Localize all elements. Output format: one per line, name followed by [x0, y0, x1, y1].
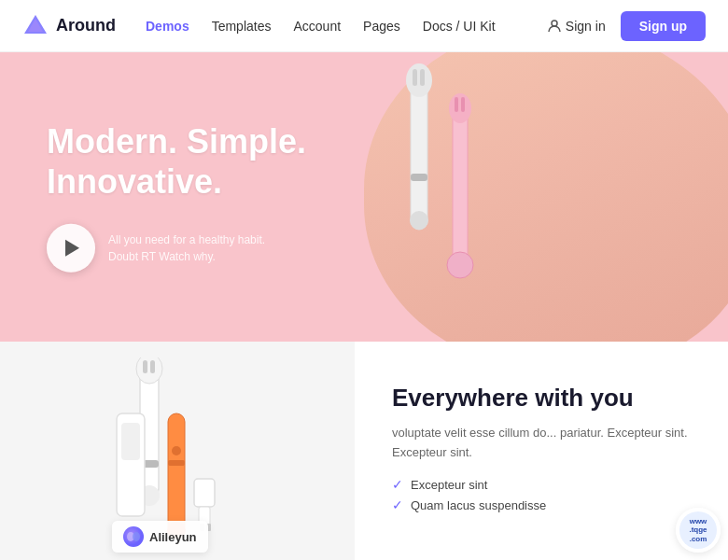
svg-point-23: [172, 446, 181, 455]
section2-desc: voluptate velit esse cillum do... pariat…: [392, 424, 691, 463]
checklist-item-2: ✓ Quam lacus suspendisse: [392, 497, 691, 512]
nav-links: Demos Templates Account Pages Docs / UI …: [146, 19, 547, 34]
svg-point-10: [449, 93, 471, 123]
hero-play-area: All you need for a healthy habit. Doubt …: [47, 224, 306, 273]
svg-point-4: [406, 63, 432, 97]
svg-rect-3: [411, 80, 427, 230]
hero-content: Modern. Simple. Innovative. All you need…: [47, 121, 306, 273]
section2: Everywhere with you voluptate velit esse…: [0, 342, 728, 560]
user-icon: [547, 19, 562, 34]
nav-link-templates[interactable]: Templates: [212, 19, 272, 34]
svg-rect-11: [455, 97, 458, 112]
signin-button[interactable]: Sign in: [547, 19, 606, 34]
svg-rect-5: [413, 69, 417, 86]
logo-area[interactable]: Around: [22, 13, 116, 39]
tqge-text: www.tqge.com: [679, 511, 717, 549]
alileyun-text: Alileyun: [149, 530, 197, 544]
hero-caption: All you need for a healthy habit. Doubt …: [108, 231, 265, 265]
svg-rect-24: [194, 479, 215, 507]
svg-rect-29: [121, 423, 140, 460]
svg-rect-17: [150, 360, 155, 373]
svg-point-32: [133, 532, 140, 541]
hero-title-line2: Innovative.: [47, 162, 222, 201]
navbar: Around Demos Templates Account Pages Doc…: [0, 0, 728, 52]
svg-point-8: [410, 211, 428, 230]
nav-link-pages[interactable]: Pages: [363, 19, 400, 34]
play-icon: [65, 240, 79, 257]
signin-label: Sign in: [566, 19, 606, 34]
around-logo-icon: [22, 13, 49, 39]
hero-caption-line2: Doubt RT Watch why.: [108, 248, 265, 265]
section2-text: Everywhere with you voluptate velit esse…: [355, 342, 728, 560]
hero-caption-line1: All you need for a healthy habit.: [108, 231, 265, 248]
hero-title: Modern. Simple. Innovative.: [47, 121, 306, 202]
brand-name: Around: [56, 16, 116, 35]
play-button[interactable]: [47, 224, 95, 273]
alileyun-logo-icon: [123, 526, 144, 547]
nav-link-account[interactable]: Account: [293, 19, 341, 34]
tqge-watermark: www.tqge.com: [676, 508, 721, 553]
check-icon-2: ✓: [392, 497, 403, 512]
svg-rect-6: [420, 69, 425, 86]
checklist-item-2-label: Quam lacus suspendisse: [411, 498, 546, 512]
signup-button[interactable]: Sign up: [621, 11, 706, 41]
svg-rect-20: [168, 413, 185, 535]
alileyun-watermark: Alileyun: [112, 521, 208, 553]
hero-section: Modern. Simple. Innovative. All you need…: [0, 52, 728, 342]
checklist-item-1-label: Excepteur sint: [411, 478, 487, 492]
svg-point-2: [552, 21, 557, 26]
product-illustration: [56, 357, 299, 544]
hero-title-line1: Modern. Simple.: [47, 122, 306, 161]
svg-rect-16: [143, 360, 147, 373]
toothbrush-illustration: [317, 62, 597, 332]
svg-point-13: [447, 252, 473, 278]
nav-link-demos[interactable]: Demos: [146, 19, 189, 34]
nav-link-docs[interactable]: Docs / UI Kit: [423, 19, 496, 34]
svg-rect-22: [168, 460, 185, 466]
checklist-item-1: ✓ Excepteur sint: [392, 477, 691, 492]
svg-point-15: [136, 357, 162, 384]
check-icon-1: ✓: [392, 477, 403, 492]
svg-rect-9: [453, 108, 468, 267]
svg-rect-7: [411, 174, 427, 181]
section2-title: Everywhere with you: [392, 384, 691, 413]
hero-image-wrapper: [280, 52, 728, 342]
svg-rect-12: [461, 97, 465, 112]
checklist: ✓ Excepteur sint ✓ Quam lacus suspendiss…: [392, 477, 691, 518]
nav-actions: Sign in Sign up: [547, 11, 706, 41]
